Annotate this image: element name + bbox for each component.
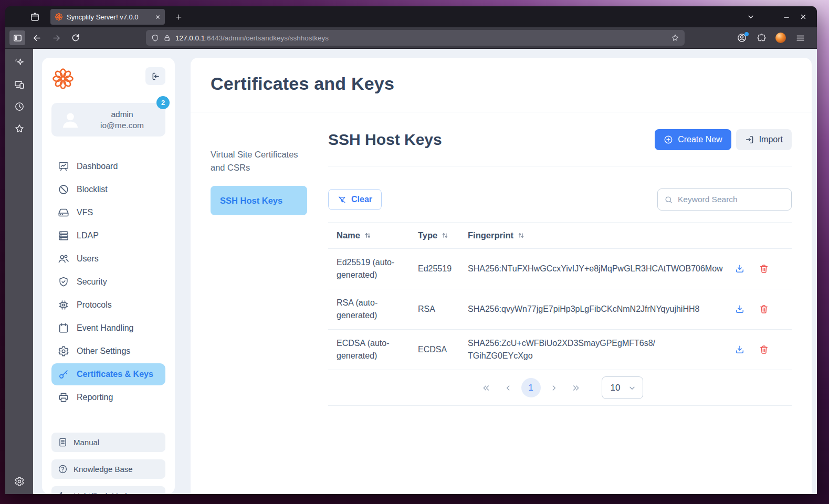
trash-icon[interactable] [759,304,769,314]
filter-slash-icon [338,195,347,204]
browser-toolbar: 127.0.0.1:6443/admin/certsandkeys/sshhos… [5,27,817,49]
sort-icon [517,232,525,239]
key-name: Ed25519 (auto-generated) [337,256,418,281]
sidebar-settings-gear-icon[interactable] [12,474,27,489]
sidebar-item-ldap[interactable]: LDAP [51,225,165,247]
knowledge-base-button[interactable]: Knowledge Base [51,459,165,479]
clear-filter-button[interactable]: Clear [328,189,382,210]
user-email: io@me.com [87,121,157,130]
first-page-icon[interactable] [477,379,495,397]
account-icon[interactable] [734,30,750,45]
sidebar-item-certificates-keys[interactable]: Certificates & Keys [51,363,165,385]
window-close-button[interactable] [795,9,812,25]
column-header-name[interactable]: Name [337,230,418,240]
help-circle-icon [58,464,68,474]
gear-icon [58,345,69,357]
chevron-down-icon [628,384,636,392]
keyword-search-input[interactable] [678,195,785,204]
url-bar[interactable]: 127.0.0.1:6443/admin/certsandkeys/sshhos… [146,30,685,46]
sidebar-collapse-icon[interactable] [145,67,165,85]
desktop-background: Syncplify Server! v7.0.0 [0,0,829,504]
reload-button[interactable] [68,30,83,45]
sidebar-toggle-icon[interactable] [9,30,25,45]
download-icon[interactable] [734,264,745,274]
manual-button[interactable]: Manual [51,433,165,452]
table-row: Ed25519 (auto-generated) Ed25519 SHA256:… [328,248,792,289]
key-icon [58,369,69,380]
firefox-sidebar [5,49,33,494]
page-size-select[interactable]: 10 [602,376,643,399]
user-name: admin [87,110,157,119]
download-icon[interactable] [734,344,745,355]
table-row: ECDSA (auto-generated) ECDSA SHA256:ZcU+… [328,329,792,370]
search-icon [664,195,673,204]
light-dark-mode-button[interactable]: Light/Dark Mode [51,486,165,494]
notification-badge: 2 [156,96,170,109]
ban-icon [58,184,69,195]
shield-icon[interactable] [151,34,159,42]
url-host: 127.0.0.1 [175,34,205,42]
trash-icon[interactable] [759,264,769,274]
next-page-icon[interactable] [545,379,563,397]
sidebar-menu: Dashboard Blocklist VFS LDAP [51,155,165,408]
import-icon [745,135,754,144]
key-fingerprint: SHA256:qvyWn77jgE7piHp3pLgFibCKcNmN2JfrN… [468,303,720,316]
column-header-type[interactable]: Type [418,230,468,240]
bookmark-star-icon[interactable] [671,34,679,42]
current-page[interactable]: 1 [521,378,541,397]
subnav-virtual-site-certificates[interactable]: Virtual Site Certificates and CSRs [211,148,320,174]
subnav-ssh-host-keys[interactable]: SSH Host Keys [211,186,307,216]
forward-button[interactable] [48,30,64,45]
sidebar-item-users[interactable]: Users [51,248,165,270]
sidebar-item-event-handling[interactable]: Event Handling [51,317,165,339]
download-icon[interactable] [734,304,745,314]
key-fingerprint: SHA256:ZcU+cWFBiUo2XD3SmayGPEgMFT6s8/ TG… [468,337,720,362]
extensions-puzzle-icon[interactable] [753,30,769,45]
page-title: Certificates and Keys [191,58,812,112]
user-card[interactable]: admin io@me.com [51,103,165,136]
prev-page-icon[interactable] [499,379,517,397]
window-minimize-button[interactable] [778,9,795,25]
menu-hamburger-icon[interactable] [792,30,808,45]
lock-warning-icon[interactable] [163,34,171,42]
sidebar-item-other-settings[interactable]: Other Settings [51,340,165,362]
bookmarks-star-icon[interactable] [12,121,27,136]
tab-list-chevron-icon[interactable] [742,9,759,25]
book-icon [58,437,68,447]
sidebar-item-protocols[interactable]: Protocols [51,294,165,316]
keyword-search-box [657,188,792,211]
new-tab-button[interactable] [170,9,187,25]
shield-check-icon [58,276,69,288]
trash-icon[interactable] [759,344,769,355]
last-page-icon[interactable] [567,379,585,397]
browser-window: Syncplify Server! v7.0.0 [5,6,817,494]
sidebar-item-dashboard[interactable]: Dashboard [51,155,165,177]
history-clock-icon[interactable] [12,99,27,114]
back-button[interactable] [29,30,45,45]
account-notification-dot [744,32,749,36]
hard-drive-icon [58,207,69,218]
app-sidebar: admin io@me.com 2 Dashboard [42,58,175,494]
url-path: :6443/admin/certsandkeys/sshhostkeys [205,34,329,42]
import-button[interactable]: Import [736,129,792,150]
sidebar-item-vfs[interactable]: VFS [51,202,165,224]
key-name: ECDSA (auto-generated) [337,337,418,362]
sidebar-item-reporting[interactable]: Reporting [51,386,165,408]
table-row: RSA (auto-generated) RSA SHA256:qvyWn77j… [328,289,792,329]
key-name: RSA (auto-generated) [337,297,418,322]
create-new-button[interactable]: Create New [655,129,731,150]
sidebar-item-blocklist[interactable]: Blocklist [51,178,165,201]
key-type: RSA [418,303,468,316]
sort-icon [364,232,372,239]
synced-tabs-devices-icon[interactable] [12,77,27,92]
column-header-fingerprint[interactable]: Fingerprint [468,230,720,240]
extension-logo-icon[interactable] [773,30,789,45]
sidebar-item-security[interactable]: Security [51,271,165,293]
firefox-view-icon[interactable] [26,9,43,25]
user-avatar [60,109,81,130]
certs-subnav: Virtual Site Certificates and CSRs SSH H… [191,112,320,494]
browser-tab[interactable]: Syncplify Server! v7.0.0 [50,9,165,25]
tab-close-icon[interactable] [155,14,161,20]
ai-chatbot-sparkle-icon[interactable] [12,55,27,70]
dashboard-icon [58,161,69,172]
